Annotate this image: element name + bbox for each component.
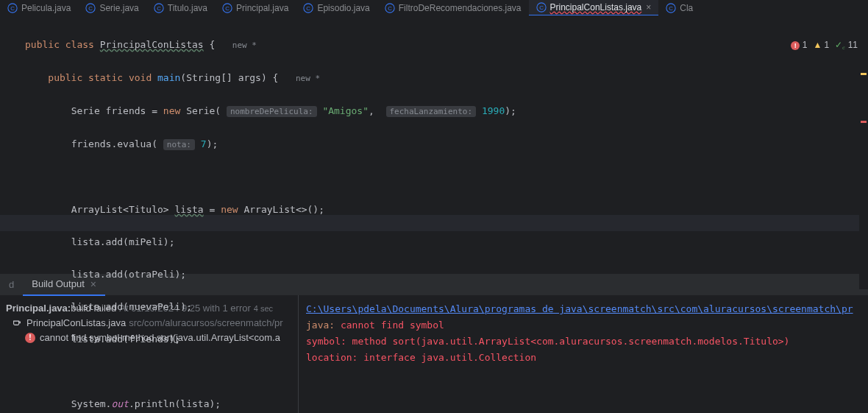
code-line: public static void main(String[] args) {… [25,70,868,87]
svg-text:C: C [225,4,230,11]
java-class-icon: C [154,3,164,13]
error-icon: ! [791,41,800,50]
warning-icon: ▲ [813,40,822,50]
tab-titulo[interactable]: CTitulo.java [146,0,215,16]
inspection-status[interactable]: ! 1 ▲ 1 ✓꜀ 11 [791,40,858,50]
java-class-icon: C [536,2,547,13]
java-class-icon: C [303,3,313,13]
java-class-icon: C [7,3,18,13]
svg-text:C: C [10,4,15,11]
java-class-icon: C [222,3,232,13]
svg-text:C: C [307,4,311,11]
tab-serie[interactable]: CSerie.java [78,0,146,16]
error-marker[interactable] [861,121,867,123]
error-count[interactable]: ! 1 [791,40,807,50]
code-line: lista.add(friends); [25,331,868,347]
code-editor[interactable]: public class PrincipalConListas { new * … [0,16,868,413]
code-line: ArrayList<Titulo> lista = new ArrayList<… [25,202,868,218]
svg-text:C: C [388,4,392,11]
code-line: lista.add(miPeli); [25,234,868,250]
close-icon[interactable]: × [646,2,651,13]
code-line: System.out.println(lista); [25,396,868,412]
code-line: public class PrincipalConListas { new * [25,37,868,54]
editor-scrollbar[interactable] [859,32,868,289]
code-line: friends.evalua( nota: 7); [25,136,868,153]
tab-cla[interactable]: CCla [658,0,700,16]
code-line: lista.add(nuevaPeli); [25,299,868,315]
svg-text:C: C [89,4,93,11]
code-line [25,169,868,186]
svg-text:C: C [157,4,161,11]
editor-tabs: CPelicula.java CSerie.java CTitulo.java … [0,0,868,16]
svg-text:C: C [669,4,673,11]
svg-text:C: C [539,4,544,10]
java-class-icon: C [666,3,676,13]
java-class-icon: C [385,3,395,13]
editor-area[interactable]: ! 1 ▲ 1 ✓꜀ 11 public class PrincipalConL… [0,16,868,273]
warning-count[interactable]: ▲ 1 [813,40,829,50]
hint-count[interactable]: ✓꜀ 11 [835,40,858,50]
java-class-icon: C [85,3,96,13]
tab-filtro[interactable]: CFiltroDeRecomendaciones.java [377,0,529,16]
tab-principal[interactable]: CPrincipal.java [215,0,296,16]
code-line: Serie friends = new Serie( nombreDePelic… [25,103,868,120]
check-icon: ✓꜀ [835,40,845,50]
warning-marker[interactable] [861,73,867,75]
tab-principalconlistas[interactable]: CPrincipalConListas.java× [529,0,659,16]
code-line: lista.add(otraPeli); [25,266,868,283]
code-line [25,364,868,380]
tab-episodio[interactable]: CEpisodio.java [296,0,377,16]
tab-pelicula[interactable]: CPelicula.java [0,0,78,16]
